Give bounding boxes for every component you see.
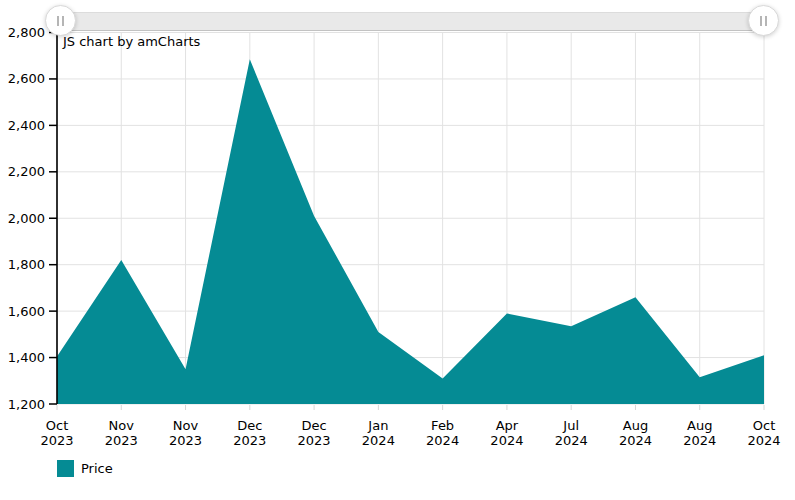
y-axis-label: 2,200 <box>8 164 45 179</box>
scrollbar-grip-end[interactable] <box>748 5 779 36</box>
legend-label: Price <box>81 461 113 476</box>
grip-icon <box>765 16 767 26</box>
amcharts-watermark[interactable]: JS chart by amCharts <box>63 34 200 49</box>
legend-item-price[interactable]: Price <box>57 460 113 477</box>
y-axis-label: 2,400 <box>8 118 45 133</box>
y-axis-label: 1,800 <box>8 257 45 272</box>
y-axis-label: 2,000 <box>8 211 45 226</box>
legend: Price <box>57 460 113 477</box>
x-axis-label: Apr2024 <box>490 418 523 448</box>
y-axis-label: 1,400 <box>8 350 45 365</box>
scrollbar-x[interactable] <box>57 12 765 31</box>
y-axis-label: 2,600 <box>8 71 45 86</box>
x-axis-label: Aug2024 <box>683 418 716 448</box>
grip-icon <box>62 16 64 26</box>
legend-marker <box>57 460 74 477</box>
x-axis-label: Oct2023 <box>40 418 73 448</box>
y-axis-label: 1,200 <box>8 397 45 412</box>
x-axis-label: Feb2024 <box>426 418 459 448</box>
chart-container: 1,2001,4001,6001,8002,0002,2002,4002,600… <box>0 0 795 500</box>
scrollbar-grip-start[interactable] <box>45 5 76 36</box>
x-axis-label: Dec2023 <box>233 418 266 448</box>
y-axis-label: 2,800 <box>8 25 45 40</box>
x-axis-label: Dec2023 <box>298 418 331 448</box>
x-axis-label: Jan2024 <box>362 418 395 448</box>
grip-icon <box>57 16 59 26</box>
y-axis-label: 1,600 <box>8 304 45 319</box>
area-chart: 1,2001,4001,6001,8002,0002,2002,4002,600… <box>0 0 795 500</box>
x-axis-label: Aug2024 <box>619 418 652 448</box>
x-axis-label: Oct2024 <box>747 418 780 448</box>
price-area-series[interactable] <box>57 59 764 404</box>
x-axis-label: Nov2023 <box>169 418 202 448</box>
x-axis-label: Nov2023 <box>105 418 138 448</box>
x-axis-label: Jul2024 <box>555 418 588 448</box>
grip-icon <box>760 16 762 26</box>
